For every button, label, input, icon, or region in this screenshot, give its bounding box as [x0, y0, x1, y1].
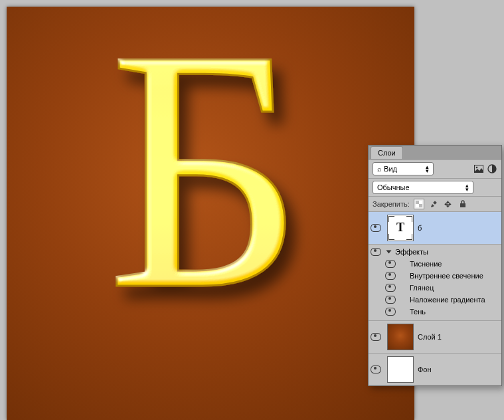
layer-row-text[interactable]: T б [369, 212, 501, 245]
lock-label: Закрепить: [373, 200, 410, 208]
visibility-eye-icon[interactable] [371, 224, 381, 232]
lock-all-icon[interactable] [458, 199, 468, 209]
layer-row-layer1[interactable]: Слой 1 [369, 321, 501, 354]
visibility-eye-icon[interactable] [385, 308, 396, 316]
svg-rect-7 [433, 201, 437, 205]
visibility-eye-icon[interactable] [371, 366, 381, 373]
fx-header-label: Эффекты [395, 248, 428, 256]
svg-rect-3 [416, 201, 419, 204]
svg-rect-4 [419, 204, 422, 207]
document-canvas[interactable]: Б [7, 7, 414, 420]
layers-panel: Слои ⌕ Вид ▴▾ Обычные ▴▾ Закрепить: ✥ [368, 145, 502, 386]
image-icon[interactable] [473, 163, 484, 174]
visibility-eye-icon[interactable] [371, 333, 381, 341]
visibility-eye-icon[interactable] [385, 296, 396, 304]
artwork-letter: Б [7, 7, 414, 420]
lock-move-icon[interactable]: ✥ [443, 199, 454, 209]
lock-transparency-icon[interactable] [414, 199, 424, 209]
visibility-eye-icon[interactable] [385, 284, 396, 292]
layer-row-background[interactable]: Фон [369, 354, 501, 385]
layer-filter-select[interactable]: ⌕ Вид ▴▾ [373, 162, 434, 175]
panel-filter-row: ⌕ Вид ▴▾ [369, 159, 501, 179]
lock-row: Закрепить: ✥ [369, 197, 501, 212]
svg-rect-6 [416, 204, 419, 207]
fx-item-row[interactable]: Наложение градиента [369, 294, 501, 306]
fx-item-row[interactable]: Глянец [369, 282, 501, 294]
gold-letter: Б [107, 7, 305, 360]
visibility-eye-icon[interactable] [371, 248, 381, 256]
text-type-icon: T [388, 221, 413, 233]
canvas-area[interactable]: Б [7, 7, 414, 420]
layer-name[interactable]: б [418, 224, 422, 232]
visibility-eye-icon[interactable] [385, 260, 396, 268]
layer-thumb-white[interactable] [387, 356, 414, 383]
layer-list: T б Эффекты Тиснение Внутреннее свечение [369, 212, 501, 385]
blend-mode-select[interactable]: Обычные ▴▾ [373, 181, 473, 194]
blend-mode-row: Обычные ▴▾ [369, 179, 501, 197]
fx-list: Эффекты Тиснение Внутреннее свечение Гля… [369, 245, 501, 321]
layer-thumb-gradient[interactable] [387, 324, 414, 350]
panel-tab-row: Слои [369, 146, 501, 159]
adjust-icon[interactable] [487, 163, 497, 174]
layer-name[interactable]: Фон [418, 366, 432, 373]
fx-header-row[interactable]: Эффекты [369, 246, 501, 258]
fx-item-row[interactable]: Внутреннее свечение [369, 270, 501, 282]
visibility-eye-icon[interactable] [385, 272, 396, 280]
fx-item-label: Наложение градиента [410, 296, 485, 304]
svg-rect-8 [460, 203, 465, 207]
fx-item-label: Тиснение [410, 260, 442, 268]
fx-item-label: Внутреннее свечение [410, 272, 483, 280]
disclosure-triangle-icon[interactable] [386, 251, 391, 254]
layer-name[interactable]: Слой 1 [418, 333, 442, 341]
lock-brush-icon[interactable] [428, 199, 439, 209]
fx-item-label: Тень [410, 308, 426, 316]
fx-item-row[interactable]: Тиснение [369, 258, 501, 270]
layer-thumb-text[interactable]: T [387, 215, 414, 241]
fx-item-row[interactable]: Тень [369, 306, 501, 318]
fx-item-label: Глянец [410, 284, 434, 292]
svg-point-1 [476, 167, 478, 169]
tab-layers[interactable]: Слои [371, 146, 403, 159]
svg-rect-5 [419, 201, 422, 204]
